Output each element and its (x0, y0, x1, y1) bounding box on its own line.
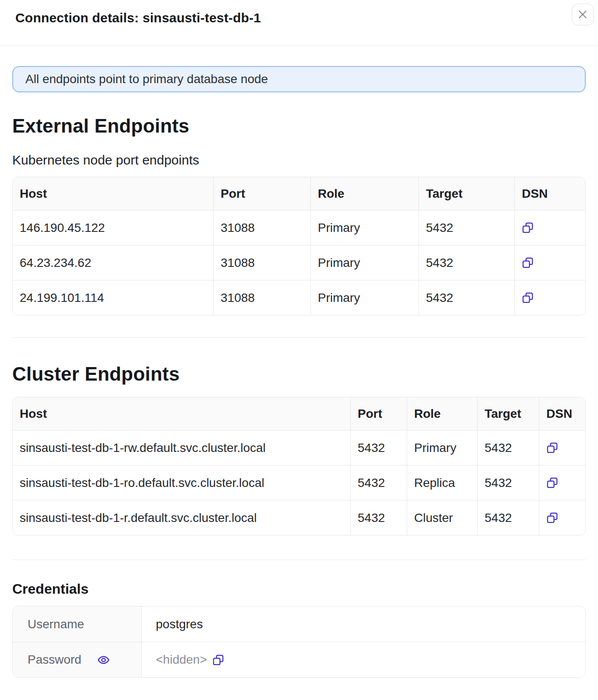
copy-dsn-button[interactable] (546, 442, 558, 454)
section-divider (12, 337, 586, 338)
target-cell: 5432 (477, 430, 539, 465)
column-header-host: Host (13, 397, 350, 430)
modal-header: Connection details: sinsausti-test-db-1 (0, 0, 598, 46)
target-cell: 5432 (419, 280, 514, 315)
target-cell: 5432 (419, 210, 514, 245)
host-cell: sinsausti-test-db-1-rw.default.svc.clust… (13, 430, 350, 465)
cluster-endpoints-table: Host Port Role Target DSN sinsausti-test… (12, 397, 586, 536)
role-cell: Primary (310, 245, 419, 280)
target-cell: 5432 (477, 500, 539, 535)
role-cell: Primary (310, 280, 419, 315)
column-header-port: Port (213, 177, 310, 210)
copy-dsn-button[interactable] (522, 222, 534, 234)
copy-icon (522, 257, 534, 269)
username-value: postgres (141, 606, 585, 642)
host-cell: 146.190.45.122 (13, 210, 213, 245)
close-icon (577, 9, 588, 20)
cluster-endpoints-title: Cluster Endpoints (12, 363, 586, 385)
role-cell: Replica (407, 465, 477, 500)
connection-details-modal: Connection details: sinsausti-test-db-1 … (0, 0, 598, 678)
reveal-password-button[interactable] (97, 654, 110, 666)
column-header-dsn: DSN (514, 177, 585, 210)
copy-icon (522, 292, 534, 304)
target-cell: 5432 (419, 245, 514, 280)
username-label: Username (13, 606, 141, 642)
role-cell: Primary (310, 210, 419, 245)
password-label: Password (13, 642, 141, 677)
host-cell: 64.23.234.62 (13, 245, 213, 280)
copy-icon (546, 442, 558, 454)
copy-icon (546, 477, 558, 489)
section-divider (12, 560, 586, 560)
role-cell: Cluster (407, 500, 477, 535)
column-header-host: Host (13, 177, 213, 210)
column-header-role: Role (407, 397, 477, 430)
host-cell: 24.199.101.114 (13, 280, 213, 315)
port-cell: 5432 (350, 500, 407, 535)
copy-icon (546, 512, 558, 524)
port-cell: 31088 (213, 245, 310, 280)
port-cell: 31088 (213, 280, 310, 315)
port-cell: 31088 (213, 210, 310, 245)
external-endpoints-table: Host Port Role Target DSN 146.190.45.122… (12, 177, 586, 315)
host-cell: sinsausti-test-db-1-r.default.svc.cluste… (13, 500, 350, 535)
copy-dsn-button[interactable] (546, 477, 558, 489)
copy-dsn-button[interactable] (546, 512, 558, 524)
column-header-target: Target (477, 397, 539, 430)
page-title: Connection details: sinsausti-test-db-1 (15, 10, 261, 25)
copy-dsn-button[interactable] (522, 292, 534, 304)
column-header-role: Role (310, 177, 419, 210)
copy-password-button[interactable] (212, 654, 224, 666)
port-cell: 5432 (350, 465, 407, 500)
password-value: <hidden> (141, 642, 585, 677)
column-header-target: Target (419, 177, 514, 210)
close-button[interactable] (572, 4, 594, 25)
port-cell: 5432 (350, 430, 407, 465)
copy-dsn-button[interactable] (522, 257, 534, 269)
eye-icon (97, 654, 110, 666)
copy-icon (522, 222, 534, 234)
copy-icon (212, 654, 224, 666)
info-banner-text: All endpoints point to primary database … (25, 72, 268, 86)
column-header-port: Port (350, 397, 407, 430)
credentials-title: Credentials (12, 581, 586, 597)
external-endpoints-subtitle: Kubernetes node port endpoints (12, 153, 586, 168)
credentials-table: Username postgres Password <hidden> (12, 606, 586, 678)
info-banner: All endpoints point to primary database … (12, 66, 586, 92)
target-cell: 5432 (477, 465, 539, 500)
column-header-dsn: DSN (539, 397, 585, 430)
external-endpoints-title: External Endpoints (12, 115, 586, 137)
role-cell: Primary (407, 430, 477, 465)
host-cell: sinsausti-test-db-1-ro.default.svc.clust… (13, 465, 350, 500)
